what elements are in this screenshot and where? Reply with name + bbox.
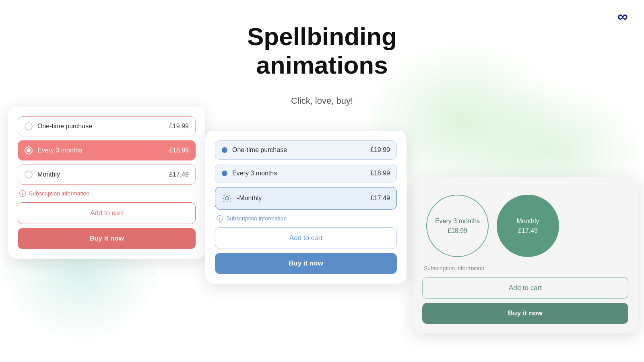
circle-price-monthly: £17.49 xyxy=(518,227,538,234)
option-price-one-time-red: £19.99 xyxy=(169,123,189,130)
option-one-time-blue[interactable]: One-time purchase £19.99 xyxy=(215,140,397,160)
add-to-cart-button-blue[interactable]: Add to cart xyxy=(215,227,397,249)
sub-info-label-red: Subscription information xyxy=(29,190,89,197)
sub-info-red[interactable]: i Subscription information xyxy=(19,190,194,197)
page-title: Spellbinding animations xyxy=(0,22,644,80)
radio-inner-monthly-red xyxy=(27,173,31,177)
sub-info-blue[interactable]: i Subscription information xyxy=(217,215,395,222)
option-label-monthly-blue: -Monthly xyxy=(237,195,262,202)
option-label-one-time-red: One-time purchase xyxy=(37,123,92,130)
circle-label-monthly: Monthly xyxy=(516,218,539,225)
add-to-cart-button-green[interactable]: Add to cart xyxy=(422,277,628,299)
circle-label-every3: Every 3 months xyxy=(435,218,480,225)
option-one-time-red[interactable]: One-time purchase £19.99 xyxy=(18,116,196,136)
option-price-monthly-red: £17.49 xyxy=(169,171,189,178)
svg-line-6 xyxy=(229,201,230,202)
buy-now-button-blue[interactable]: Buy it now xyxy=(215,253,397,274)
sub-info-green[interactable]: Subscription information xyxy=(424,265,627,272)
card-red: One-time purchase £19.99 Every 3 months … xyxy=(8,107,205,259)
radio-monthly-red xyxy=(25,171,33,179)
sub-info-label-green: Subscription information xyxy=(424,265,484,272)
card-blue: One-time purchase £19.99 Every 3 months … xyxy=(205,131,407,284)
option-label-one-time-blue: One-time purchase xyxy=(232,146,287,154)
svg-line-8 xyxy=(229,195,230,196)
svg-line-7 xyxy=(224,201,225,202)
radio-one-time-red xyxy=(25,122,33,130)
page-subtitle: Click, love, buy! xyxy=(0,96,644,106)
option-label-every3-red: Every 3 months xyxy=(37,147,82,154)
radio-inner-one-time-red xyxy=(27,124,31,128)
sub-info-label-blue: Subscription information xyxy=(226,215,287,222)
option-monthly-blue[interactable]: -Monthly £17.49 xyxy=(215,187,397,210)
info-icon-blue: i xyxy=(217,215,223,222)
page-header: Spellbinding animations Click, love, buy… xyxy=(0,0,644,106)
dot-every3-blue xyxy=(222,171,227,176)
sun-icon-blue xyxy=(222,193,232,204)
buy-now-button-green[interactable]: Buy it now xyxy=(422,303,628,324)
option-price-one-time-blue: £19.99 xyxy=(370,146,390,154)
option-monthly-red[interactable]: Monthly £17.49 xyxy=(18,165,196,185)
circle-price-every3: £18.99 xyxy=(448,227,467,234)
circles-row: Every 3 months £18.99 Monthly £17.49 xyxy=(422,187,628,261)
radio-every3-red xyxy=(25,146,33,154)
option-price-every3-red: £18.99 xyxy=(169,147,189,154)
option-every3-blue[interactable]: Every 3 months £18.99 xyxy=(215,164,397,183)
circle-every3-green[interactable]: Every 3 months £18.99 xyxy=(426,195,489,257)
radio-inner-every3-red xyxy=(27,148,31,152)
option-every3-red[interactable]: Every 3 months £18.99 xyxy=(18,140,196,160)
svg-point-0 xyxy=(225,197,229,200)
option-price-monthly-blue: £17.49 xyxy=(370,195,390,202)
circle-monthly-green[interactable]: Monthly £17.49 xyxy=(497,195,559,257)
info-icon-red: i xyxy=(19,190,26,197)
cards-container: One-time purchase £19.99 Every 3 months … xyxy=(0,107,644,362)
add-to-cart-button-red[interactable]: Add to cart xyxy=(18,202,196,224)
buy-now-button-red[interactable]: Buy it now xyxy=(18,228,196,249)
option-label-every3-blue: Every 3 months xyxy=(232,170,277,177)
brand-logo: ∞ xyxy=(617,8,628,25)
option-price-every3-blue: £18.99 xyxy=(370,170,390,177)
card-green: Every 3 months £18.99 Monthly £17.49 Sub… xyxy=(413,177,638,333)
dot-one-time-blue xyxy=(222,147,227,153)
svg-line-5 xyxy=(224,195,225,196)
option-label-monthly-red: Monthly xyxy=(37,171,60,178)
